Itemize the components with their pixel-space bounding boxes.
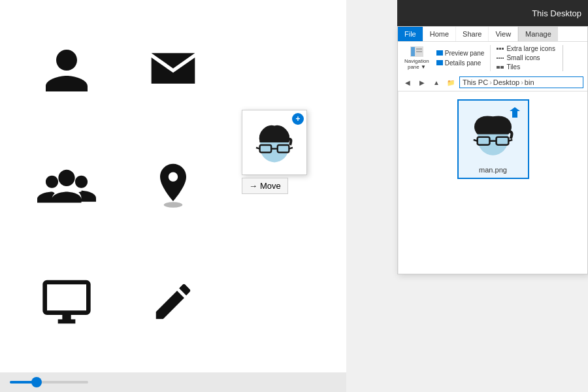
tiles-icon [497,66,504,69]
back-btn[interactable]: ◀ [402,76,414,88]
ribbon-divider [563,45,563,71]
svg-point-0 [164,202,183,208]
navigation-pane-btn[interactable]: Navigationpane ▼ [402,45,432,71]
man-face-icon [248,116,301,169]
this-desktop-label: This Desktop [532,8,581,18]
small-icons-dots [497,57,504,59]
small-icons-btn[interactable]: Small icons [495,54,557,62]
tiles-label: Tiles [506,63,520,71]
small-icons-label: Small icons [506,54,540,61]
folder-icon: 📁 [445,76,457,88]
pencil-icon-cell [120,244,226,359]
tab-file[interactable]: File [398,27,423,41]
pencil-icon [150,276,196,328]
details-pane-icon [436,60,443,65]
slider-track[interactable] [10,381,88,384]
up-btn[interactable]: ▲ [431,76,442,88]
nav-pane-label: Navigationpane ▼ [404,58,429,70]
preview-pane-icon [436,50,443,56]
extra-large-icons-btn[interactable]: Extra large icons [495,44,557,53]
svg-marker-11 [510,107,520,118]
ribbon-pane-buttons: Preview pane Details pane [434,49,487,67]
person-icon [41,44,93,97]
extra-large-icons-label: Extra large icons [506,45,555,52]
breadcrumb-desktop: Desktop [493,78,519,86]
file-explorer: File Home Share View Manage Navigationpa… [397,26,588,274]
move-tooltip: → Move [242,178,288,194]
breadcrumb-bin: bin [525,78,534,86]
svg-line-17 [508,140,512,141]
drag-badge [292,113,304,125]
ribbon-group-panes: Navigationpane ▼ Preview pane Details pa… [402,45,491,71]
extra-large-dots [497,48,504,50]
sep1: › [489,78,492,86]
file-item[interactable]: man.png [457,99,529,179]
pin-badge [508,106,521,122]
location-icon-cell [120,129,226,244]
ribbon-content: Navigationpane ▼ Preview pane Details pa… [398,42,587,74]
details-pane-label: Details pane [445,59,482,67]
svg-rect-10 [416,51,422,52]
monitor-icon-cell [13,244,120,359]
icon-panel [0,0,346,372]
preview-pane-btn[interactable]: Preview pane [434,49,487,57]
tiles-btn[interactable]: Tiles [495,63,557,71]
dragged-icon[interactable] [242,110,307,175]
address-bar: ◀ ▶ ▲ 📁 This PC › Desktop › bin [398,74,587,91]
view-options-list: Extra large icons Small icons [495,44,557,71]
nav-pane-icon [410,46,423,57]
person-icon-cell [13,13,120,129]
move-arrow: → [249,181,257,191]
slider-bar [0,372,346,392]
svg-line-6 [289,148,293,149]
file-image [464,105,523,163]
ribbon-group-view: Extra large icons Small icons [495,44,569,71]
location-icon [150,160,196,212]
svg-rect-7 [411,47,415,56]
details-pane-btn[interactable]: Details pane [434,59,487,67]
tab-share[interactable]: Share [456,27,489,41]
group-icon [37,160,96,212]
svg-rect-9 [416,48,422,50]
mail-icon-cell [120,13,226,129]
group-icon-cell [13,129,120,244]
file-area: man.png [398,91,587,274]
breadcrumb[interactable]: This PC › Desktop › bin [459,76,583,88]
move-label: Move [260,181,281,191]
svg-line-5 [256,148,260,149]
preview-pane-label: Preview pane [445,50,485,57]
sep2: › [521,78,523,86]
svg-line-16 [474,140,478,141]
this-desktop-bar: This Desktop [397,0,588,26]
tab-home[interactable]: Home [423,27,456,41]
breadcrumb-thispc: This PC [463,78,488,86]
nav-pane-svg [411,47,423,56]
tab-view[interactable]: View [489,27,518,41]
slider-thumb[interactable] [31,377,42,387]
mail-icon [147,44,199,97]
monitor-icon [41,276,93,328]
forward-btn[interactable]: ▶ [416,76,428,88]
file-name-label: man.png [479,166,507,174]
ribbon-tabs: File Home Share View Manage [398,27,587,42]
file-content: man.png [399,91,587,274]
pin-icon [508,106,521,119]
empty-cell-3 [227,244,333,359]
tab-manage[interactable]: Manage [518,27,558,41]
